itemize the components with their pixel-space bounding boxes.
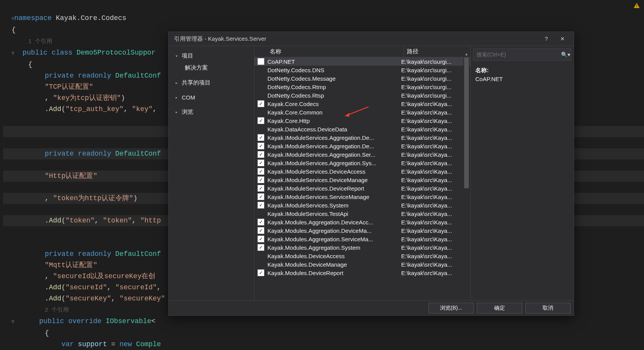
codelens-refs[interactable]: 1 个引用: [28, 38, 52, 45]
reference-checkbox[interactable]: ✓: [257, 236, 264, 242]
reference-row[interactable]: Kayak.DataAccess.DeviceDataE:\kayak\src\…: [254, 125, 470, 133]
kw-namespace: namespace: [14, 14, 51, 22]
reference-checkbox[interactable]: [257, 58, 264, 65]
reference-checkbox[interactable]: ✓: [257, 134, 264, 141]
reference-row[interactable]: CoAP.NETE:\kayak\src\surgi...: [254, 57, 470, 66]
reference-checkbox[interactable]: ✓: [257, 176, 264, 183]
reference-checkbox[interactable]: ✓: [257, 219, 264, 226]
dialog-title: 引用管理器 - Kayak.Services.Server: [174, 35, 266, 43]
chevron-right-icon: ▸: [176, 95, 179, 100]
reference-checkbox[interactable]: [257, 92, 264, 99]
sidebar-item-projects[interactable]: ▾项目: [169, 50, 254, 62]
reference-checkbox[interactable]: [257, 126, 264, 133]
dialog-buttons: 浏览(B)... 确定 取消: [169, 300, 574, 315]
reference-manager-dialog: 引用管理器 - Kayak.Services.Server ? ✕ ▾项目 解决…: [168, 32, 574, 316]
reference-row[interactable]: ✓Kayak.Core.CodecsE:\kayak\src\Kaya...: [254, 100, 470, 108]
reference-row[interactable]: DotNetty.Codecs.DNSE:\kayak\src\surgi...: [254, 66, 470, 74]
sidebar-item-com[interactable]: ▸COM: [169, 92, 254, 103]
fold-chevron-icon[interactable]: ▽: [12, 51, 14, 56]
reference-row[interactable]: ✓Kayak.Modules.Aggregation.DeviceMa...E:…: [254, 226, 470, 235]
column-header-path[interactable]: 路径: [404, 46, 470, 57]
reference-checkbox[interactable]: ✓: [257, 117, 264, 124]
reference-path: E:\kayak\src\Kaya...: [398, 253, 470, 259]
sidebar-item-shared[interactable]: ▸共享的项目: [169, 77, 254, 89]
type: DefaultConf: [115, 150, 161, 158]
reference-checkbox[interactable]: [257, 252, 264, 259]
help-button[interactable]: ?: [538, 33, 554, 45]
reference-checkbox[interactable]: ✓: [257, 193, 264, 200]
reference-name: Kayak.DataAccess.DeviceData: [267, 126, 398, 133]
reference-row[interactable]: ✓Kayak.Modules.Aggregation.ServiceMa...E…: [254, 235, 470, 243]
reference-row[interactable]: ✓Kayak.Modules.Aggregation.DeviceAcc...E…: [254, 218, 470, 226]
reference-name: DotNetty.Codecs.DNS: [267, 67, 398, 73]
reference-checkbox[interactable]: [257, 83, 264, 90]
sidebar-item-solution[interactable]: 解决方案: [169, 62, 254, 74]
chevron-down-icon: ▾: [176, 54, 179, 58]
search-icon[interactable]: 🔍▾: [560, 51, 571, 58]
reference-checkbox[interactable]: ✓: [257, 202, 264, 209]
class-name: Demo5ProtocolSuppor: [76, 49, 155, 56]
scroll-down-icon[interactable]: ▼: [463, 300, 470, 300]
reference-checkbox[interactable]: ✓: [257, 143, 264, 149]
reference-row[interactable]: ✓Kayak.IModuleServices.Aggregation.Ser..…: [254, 150, 470, 159]
reference-row[interactable]: ✓Kayak.IModuleServices.ServiceManageE:\k…: [254, 192, 470, 201]
reference-checkbox[interactable]: [257, 210, 264, 217]
meta-value: CoAP.NET: [475, 76, 503, 82]
ok-button[interactable]: 确定: [477, 303, 522, 314]
str: "secureKey": [120, 295, 165, 302]
reference-checkbox[interactable]: ✓: [257, 244, 264, 251]
reference-row[interactable]: ✓Kayak.IModuleServices.DeviceManageE:\ka…: [254, 176, 470, 184]
reference-row[interactable]: DotNetty.Codecs.MessageE:\kayak\src\surg…: [254, 74, 470, 83]
reference-checkbox[interactable]: ✓: [257, 185, 264, 192]
str: "Mqtt认证配置": [45, 261, 97, 269]
reference-checkbox[interactable]: ✓: [257, 159, 264, 166]
reference-checkbox[interactable]: [257, 109, 264, 116]
dialog-titlebar[interactable]: 引用管理器 - Kayak.Services.Server ? ✕: [169, 32, 574, 46]
reference-row[interactable]: ✓Kayak.Modules.Aggregation.SystemE:\kaya…: [254, 243, 470, 252]
reference-row[interactable]: Kayak.Core.CommonE:\kayak\src\Kaya...: [254, 108, 470, 116]
sidebar-item-browse[interactable]: ▸浏览: [169, 106, 254, 118]
list-header: 名称 路径: [254, 46, 470, 57]
codelens-refs[interactable]: 2 个引用: [45, 307, 69, 314]
fold-chevron-icon[interactable]: ▽: [12, 319, 14, 325]
reference-checkbox[interactable]: [257, 75, 264, 82]
reference-checkbox[interactable]: [257, 261, 264, 268]
warning-icon[interactable]: [632, 2, 641, 10]
reference-row[interactable]: ✓Kayak.Modules.DeviceReportE:\kayak\src\…: [254, 269, 470, 277]
scrollbar-thumb[interactable]: [464, 58, 469, 188]
reference-checkbox[interactable]: ✓: [257, 269, 264, 276]
reference-row[interactable]: DotNetty.Codecs.RtmpE:\kayak\src\surgi..…: [254, 83, 470, 91]
type: DefaultConf: [115, 250, 161, 258]
search-input[interactable]: [473, 50, 560, 59]
search-box[interactable]: 🔍▾: [473, 48, 571, 61]
reference-row[interactable]: ✓Kayak.Core.HttpE:\kayak\src\Kaya...: [254, 116, 470, 125]
reference-path: E:\kayak\src\Kaya...: [398, 211, 470, 217]
reference-checkbox[interactable]: ✓: [257, 227, 264, 234]
scrollbar[interactable]: ▲ ▼: [463, 58, 470, 299]
reference-checkbox[interactable]: ✓: [257, 100, 264, 107]
reference-row[interactable]: ✓Kayak.IModuleServices.SystemE:\kayak\sr…: [254, 201, 470, 209]
reference-row[interactable]: Kayak.IModuleServices.TestApiE:\kayak\sr…: [254, 209, 470, 218]
reference-path: E:\kayak\src\surgi...: [398, 67, 470, 73]
kw: readonly: [78, 150, 111, 158]
scroll-up-icon[interactable]: ▲: [463, 51, 470, 57]
cancel-button[interactable]: 取消: [525, 303, 571, 314]
reference-row[interactable]: DotNetty.Codecs.RtspE:\kayak\src\surgi..…: [254, 91, 470, 100]
reference-checkbox[interactable]: ✓: [257, 151, 264, 158]
reference-row[interactable]: ✓Kayak.IModuleServices.Aggregation.De...…: [254, 133, 470, 142]
reference-row[interactable]: ✓Kayak.IModuleServices.DeviceAccessE:\ka…: [254, 167, 470, 176]
close-button[interactable]: ✕: [554, 33, 571, 45]
reference-row[interactable]: Kayak.Modules.DeviceManageE:\kayak\src\K…: [254, 260, 470, 269]
browse-button[interactable]: 浏览(B)...: [428, 303, 474, 314]
reference-row[interactable]: ✓Kayak.IModuleServices.Aggregation.De...…: [254, 142, 470, 150]
reference-row[interactable]: Kayak.Modules.DeviceAccessE:\kayak\src\K…: [254, 252, 470, 260]
reference-row[interactable]: ✓Kayak.IModuleServices.DeviceReportE:\ka…: [254, 184, 470, 192]
reference-name: DotNetty.Codecs.Rtsp: [267, 92, 398, 99]
reference-checkbox[interactable]: ✓: [257, 168, 264, 175]
reference-name: Kayak.Modules.DeviceManage: [267, 261, 398, 268]
reference-row[interactable]: ✓Kayak.IModuleServices.Aggregation.Sys..…: [254, 159, 470, 167]
kw: private: [45, 150, 74, 158]
reference-path: E:\kayak\src\surgi...: [398, 58, 470, 65]
column-header-name[interactable]: 名称: [267, 46, 404, 57]
reference-checkbox[interactable]: [257, 66, 264, 73]
